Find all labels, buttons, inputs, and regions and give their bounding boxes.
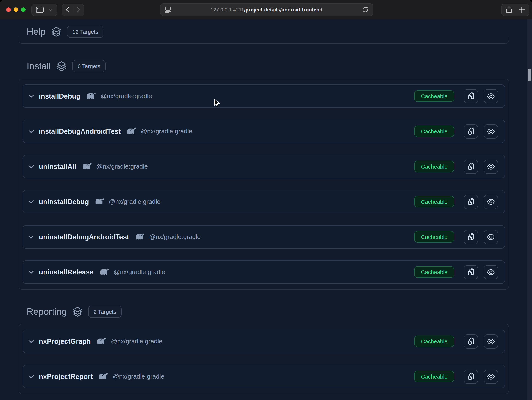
copy-button[interactable] bbox=[464, 89, 478, 103]
chevron-down-icon[interactable] bbox=[28, 339, 34, 343]
chevron-down-icon[interactable] bbox=[28, 200, 34, 204]
reporting-targets-card: nxProjectGraph @nx/gradle:gradle Cacheab… bbox=[19, 324, 509, 394]
cacheable-badge: Cacheable bbox=[414, 371, 454, 382]
copy-button[interactable] bbox=[464, 124, 478, 138]
address-bar[interactable]: 127.0.0.1:4211/project-details/android-f… bbox=[160, 3, 374, 16]
section-header-install: Install 6 Targets bbox=[27, 58, 106, 74]
cacheable-badge: Cacheable bbox=[414, 336, 454, 347]
cacheable-badge: Cacheable bbox=[414, 196, 454, 207]
layers-icon bbox=[72, 306, 83, 317]
target-row[interactable]: installDebug @nx/gradle:gradle Cacheable bbox=[23, 84, 505, 108]
gradle-elephant-icon bbox=[85, 92, 96, 100]
target-executor: @nx/gradle:gradle bbox=[96, 163, 148, 170]
target-executor: @nx/gradle:gradle bbox=[141, 128, 192, 135]
scrollbar-thumb[interactable] bbox=[528, 69, 531, 81]
page-settings-icon[interactable] bbox=[165, 6, 171, 13]
copy-icon bbox=[467, 162, 475, 170]
view-button[interactable] bbox=[484, 159, 498, 174]
eye-icon bbox=[487, 337, 495, 345]
chevron-down-icon[interactable] bbox=[28, 375, 34, 378]
cacheable-badge: Cacheable bbox=[414, 161, 454, 172]
target-row[interactable]: nxProjectGraph @nx/gradle:gradle Cacheab… bbox=[23, 330, 505, 353]
eye-icon bbox=[487, 127, 495, 135]
install-targets-card: installDebug @nx/gradle:gradle Cacheable… bbox=[19, 79, 509, 290]
view-button[interactable] bbox=[484, 334, 498, 348]
minimize-window-button[interactable] bbox=[14, 7, 18, 12]
copy-icon bbox=[467, 198, 475, 206]
view-button[interactable] bbox=[484, 230, 498, 244]
sidebar-toggle-group[interactable] bbox=[32, 4, 57, 16]
eye-icon bbox=[487, 92, 495, 100]
eye-icon bbox=[487, 372, 495, 381]
target-name: uninstallDebugAndroidTest bbox=[39, 233, 129, 241]
toolbar-actions-group bbox=[501, 4, 529, 16]
gradle-elephant-icon bbox=[134, 233, 145, 241]
eye-icon bbox=[487, 162, 495, 171]
reload-button[interactable] bbox=[362, 6, 369, 13]
view-button[interactable] bbox=[484, 195, 498, 209]
screen: 127.0.0.1:4211/project-details/android-f… bbox=[0, 0, 532, 400]
back-button[interactable] bbox=[66, 7, 69, 12]
copy-button[interactable] bbox=[464, 334, 478, 348]
view-button[interactable] bbox=[484, 89, 498, 103]
chevron-down-icon[interactable] bbox=[49, 8, 53, 11]
zoom-window-button[interactable] bbox=[21, 7, 25, 12]
target-row[interactable]: uninstallDebug @nx/gradle:gradle Cacheab… bbox=[23, 190, 505, 213]
browser-titlebar: 127.0.0.1:4211/project-details/android-f… bbox=[0, 0, 532, 19]
copy-button[interactable] bbox=[464, 195, 478, 209]
copy-icon bbox=[467, 127, 475, 135]
section-title: Reporting bbox=[27, 306, 67, 317]
target-row[interactable]: uninstallDebugAndroidTest @nx/gradle:gra… bbox=[23, 225, 505, 249]
copy-icon bbox=[467, 233, 475, 241]
nav-divider bbox=[73, 6, 73, 13]
cacheable-badge: Cacheable bbox=[414, 266, 454, 278]
chevron-down-icon[interactable] bbox=[28, 270, 34, 274]
copy-button[interactable] bbox=[464, 265, 478, 279]
share-button[interactable] bbox=[505, 6, 513, 14]
sidebar-icon[interactable] bbox=[36, 6, 44, 13]
view-button[interactable] bbox=[484, 124, 498, 138]
copy-button[interactable] bbox=[464, 159, 478, 174]
layers-icon bbox=[56, 60, 67, 71]
copy-icon bbox=[467, 373, 475, 380]
target-name: uninstallAll bbox=[39, 162, 76, 171]
cacheable-badge: Cacheable bbox=[414, 231, 454, 243]
chevron-down-icon[interactable] bbox=[28, 165, 34, 168]
chevron-down-icon[interactable] bbox=[28, 94, 34, 98]
close-window-button[interactable] bbox=[6, 7, 11, 12]
target-row[interactable]: uninstallAll @nx/gradle:gradle Cacheable bbox=[23, 155, 505, 178]
chevron-down-icon[interactable] bbox=[28, 235, 34, 239]
target-count-badge: 2 Targets bbox=[88, 305, 121, 318]
url-text[interactable]: 127.0.0.1:4211/project-details/android-f… bbox=[211, 7, 323, 12]
target-executor: @nx/gradle:gradle bbox=[109, 198, 160, 205]
copy-icon bbox=[467, 92, 475, 100]
gradle-elephant-icon bbox=[95, 337, 106, 345]
target-row[interactable]: installDebugAndroidTest @nx/gradle:gradl… bbox=[23, 120, 505, 143]
new-tab-button[interactable] bbox=[518, 6, 525, 13]
copy-button[interactable] bbox=[464, 230, 478, 244]
layers-icon bbox=[51, 26, 62, 37]
history-nav-group bbox=[62, 4, 84, 16]
view-button[interactable] bbox=[484, 369, 498, 383]
target-name: nxProjectGraph bbox=[39, 337, 91, 345]
copy-icon bbox=[467, 338, 475, 345]
target-row[interactable]: uninstallRelease @nx/gradle:gradle Cache… bbox=[23, 260, 505, 284]
target-row[interactable]: nxProjectReport @nx/gradle:gradle Cachea… bbox=[23, 365, 505, 388]
copy-icon bbox=[467, 268, 475, 276]
copy-button[interactable] bbox=[464, 369, 478, 383]
url-path: /project-details/android-frontend bbox=[244, 7, 323, 12]
gradle-elephant-icon bbox=[98, 268, 109, 276]
eye-icon bbox=[487, 198, 495, 206]
gradle-elephant-icon bbox=[81, 162, 92, 171]
project-details-page: Help 12 Targets Install 6 Targets instal… bbox=[0, 19, 532, 400]
chevron-down-icon[interactable] bbox=[28, 129, 34, 133]
target-executor: @nx/gradle:gradle bbox=[113, 373, 164, 380]
target-executor: @nx/gradle:gradle bbox=[149, 233, 201, 241]
view-button[interactable] bbox=[484, 265, 498, 279]
target-executor: @nx/gradle:gradle bbox=[114, 268, 165, 276]
forward-button[interactable] bbox=[77, 7, 80, 12]
target-executor: @nx/gradle:gradle bbox=[100, 92, 152, 100]
cacheable-badge: Cacheable bbox=[414, 125, 454, 137]
target-name: nxProjectReport bbox=[39, 372, 93, 381]
gradle-elephant-icon bbox=[126, 127, 136, 135]
